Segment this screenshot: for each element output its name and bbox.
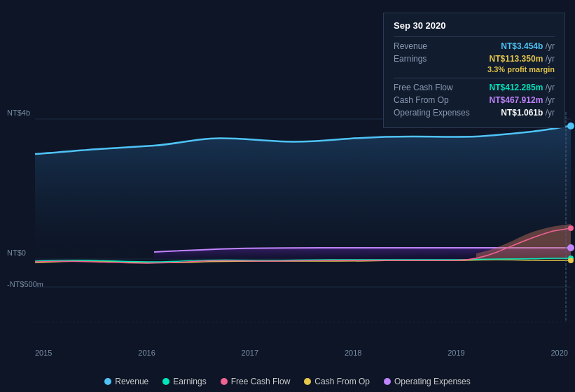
legend-earnings[interactable]: Earnings — [162, 377, 206, 386]
x-label-2019: 2019 — [448, 349, 464, 357]
fcf-value: NT$412.285m /yr — [490, 83, 555, 92]
cashop-value: NT$467.912m /yr — [490, 95, 555, 105]
fcf-label: Free Cash Flow — [394, 83, 453, 92]
tooltip-row-revenue: Revenue NT$3.454b /yr — [394, 41, 555, 51]
x-label-2018: 2018 — [345, 349, 361, 357]
opex-dot — [567, 244, 574, 251]
legend-fcf[interactable]: Free Cash Flow — [221, 377, 291, 386]
tooltip-date: Sep 30 2020 — [394, 20, 555, 31]
legend-label-cashop: Cash From Op — [314, 377, 370, 386]
chart-legend: Revenue Earnings Free Cash Flow Cash Fro… — [0, 377, 575, 386]
opex-value: NT$1.061b /yr — [501, 108, 555, 118]
cashop-label: Cash From Op — [394, 95, 449, 105]
revenue-label: Revenue — [394, 41, 427, 51]
legend-label-earnings: Earnings — [173, 377, 206, 386]
legend-label-revenue: Revenue — [115, 377, 148, 386]
revenue-value: NT$3.454b /yr — [501, 41, 555, 51]
earnings-label: Earnings — [394, 54, 427, 64]
tooltip-row-cashop: Cash From Op NT$467.912m /yr — [394, 95, 555, 105]
earnings-value: NT$113.350m /yr — [490, 54, 555, 64]
legend-cashop[interactable]: Cash From Op — [304, 377, 370, 386]
x-axis-labels: 2015 2016 2017 2018 2019 2020 — [35, 349, 568, 357]
tooltip-row-fcf: Free Cash Flow NT$412.285m /yr — [394, 83, 555, 92]
opex-label: Operating Expenses — [394, 108, 470, 118]
x-label-2016: 2016 — [138, 349, 155, 357]
x-label-2020: 2020 — [550, 349, 567, 357]
x-label-2017: 2017 — [242, 349, 258, 357]
tooltip-divider — [394, 36, 555, 37]
x-label-2015: 2015 — [35, 349, 52, 357]
legend-revenue[interactable]: Revenue — [104, 377, 148, 386]
tooltip-row-opex: Operating Expenses NT$1.061b /yr — [394, 108, 555, 118]
legend-dot-revenue — [104, 378, 111, 385]
legend-opex[interactable]: Operating Expenses — [384, 377, 471, 386]
revenue-fill-area — [35, 126, 571, 259]
legend-label-opex: Operating Expenses — [394, 377, 471, 386]
legend-dot-cashop — [304, 378, 311, 385]
earnings-dot — [568, 258, 574, 263]
legend-label-fcf: Free Cash Flow — [231, 377, 291, 386]
tooltip-row-earnings: Earnings NT$113.350m /yr — [394, 54, 555, 64]
legend-dot-opex — [384, 378, 391, 385]
legend-dot-earnings — [162, 378, 169, 385]
revenue-dot — [567, 122, 574, 130]
tooltip-panel: Sep 30 2020 Revenue NT$3.454b /yr Earnin… — [383, 13, 565, 128]
profit-margin: 3.3% profit margin — [394, 65, 555, 74]
fcf-dot — [568, 225, 574, 231]
tooltip-divider2 — [394, 78, 555, 78]
legend-dot-fcf — [221, 378, 228, 385]
